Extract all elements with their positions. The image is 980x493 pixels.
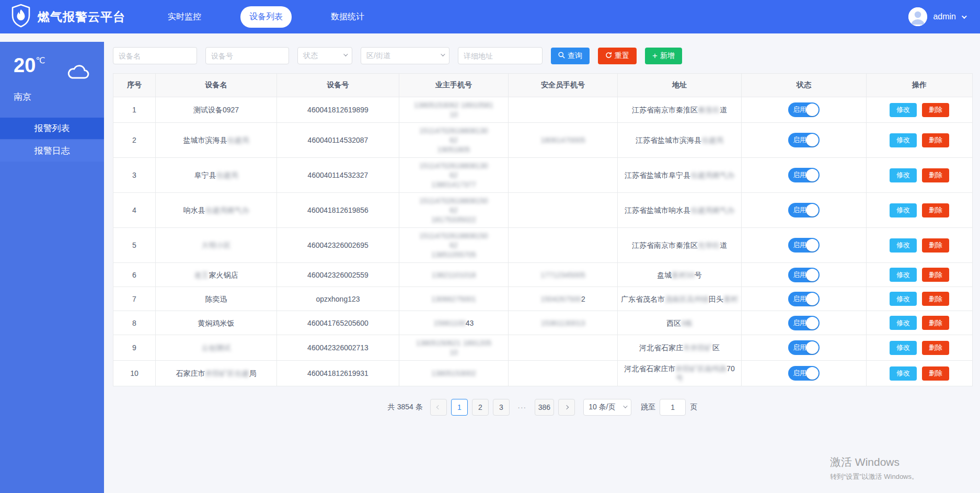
text-segment: 测试设备0927 <box>193 106 239 114</box>
edit-button[interactable]: 修改 <box>890 292 917 306</box>
device-name-input[interactable] <box>113 47 197 64</box>
delete-button[interactable]: 删除 <box>922 268 949 282</box>
redacted-text: 15114702618808150 <box>419 232 488 240</box>
text-segment: 江苏省南京市秦淮区 <box>632 106 698 114</box>
status-toggle-knob <box>806 293 818 305</box>
query-button[interactable]: 查询 <box>551 48 590 64</box>
status-toggle[interactable]: 启用 <box>788 366 820 381</box>
edit-button[interactable]: 修改 <box>890 168 917 182</box>
status-toggle[interactable]: 启用 <box>788 102 820 117</box>
cell-status: 启用 <box>742 263 867 287</box>
status-toggle[interactable]: 启用 <box>788 133 820 147</box>
page-button-386[interactable]: 386 <box>535 399 554 416</box>
cell-device-name: 阜宁县住建局 <box>156 158 277 193</box>
cell-actions: 修改删除 <box>867 311 973 335</box>
page-button-3[interactable]: 3 <box>493 399 510 416</box>
district-select[interactable]: 区/街道 <box>361 47 449 64</box>
table-row: 9云创测试46004232600271313805150621 18912051… <box>113 335 973 361</box>
jump-page-input[interactable] <box>660 399 686 416</box>
reset-button[interactable]: 重置 <box>598 48 637 64</box>
edit-button[interactable]: 修改 <box>890 268 917 282</box>
detail-address-input[interactable] <box>458 47 543 64</box>
table-row: 3阜宁县住建局460040114532327151147026188081306… <box>113 158 973 193</box>
redacted-text: 18175335022 <box>431 215 476 224</box>
cell-owner-phone: 151147026188081306213801417377 <box>399 158 509 193</box>
status-toggle-knob <box>806 269 818 281</box>
status-toggle-knob <box>806 239 818 251</box>
nav-tab-实时监控[interactable]: 实时监控 <box>159 6 210 28</box>
edit-button[interactable]: 修改 <box>890 203 917 217</box>
status-toggle-knob <box>806 317 818 329</box>
device-no-input[interactable] <box>205 47 289 64</box>
status-toggle-label: 启用 <box>793 343 806 352</box>
delete-button[interactable]: 删除 <box>922 133 949 147</box>
cell-actions: 修改删除 <box>867 228 973 263</box>
redacted-text: 62 <box>449 241 458 249</box>
status-toggle[interactable]: 启用 <box>788 340 820 355</box>
phone-line: 10 <box>402 348 505 357</box>
sidebar-item-报警日志[interactable]: 报警日志 <box>0 140 104 162</box>
page-button-2[interactable]: 2 <box>472 399 489 416</box>
redacted-text: 13801417377 <box>431 180 476 189</box>
edit-button[interactable]: 修改 <box>890 103 917 117</box>
status-select[interactable]: 状态 <box>297 47 352 64</box>
redacted-text: 13805153062 18910581 <box>414 101 493 109</box>
temperature-value: 20 <box>14 55 36 75</box>
status-toggle[interactable]: 启用 <box>788 168 820 182</box>
edit-button[interactable]: 修改 <box>890 238 917 253</box>
table-row: 8黄焖鸡米饭4600417652056001566110043153611300… <box>113 311 973 335</box>
column-header-地址: 地址 <box>618 74 742 97</box>
delete-button[interactable]: 删除 <box>922 103 949 117</box>
redacted-text: 屋村 <box>723 295 738 303</box>
delete-button[interactable]: 删除 <box>922 341 949 355</box>
phone-line: 15042675002 <box>512 294 614 304</box>
phone-line: 15361130013 <box>512 318 614 328</box>
add-button-label: 新增 <box>660 51 675 61</box>
cell-safety-phone: 15361130013 <box>509 311 618 335</box>
status-toggle[interactable]: 启用 <box>788 238 820 253</box>
cell-device-name: 老王家火锅店 <box>156 263 277 287</box>
text-segment: 道 <box>720 106 727 114</box>
delete-button[interactable]: 删除 <box>922 168 949 182</box>
next-page-button[interactable] <box>558 399 575 416</box>
table-row: 6老王家火锅店460042326002559138211010181771234… <box>113 263 973 287</box>
phone-line: 13801417377 <box>402 180 505 189</box>
edit-button[interactable]: 修改 <box>890 133 917 147</box>
status-toggle-knob <box>806 169 818 181</box>
status-toggle[interactable]: 启用 <box>788 292 820 306</box>
add-button[interactable]: + 新增 <box>645 48 682 64</box>
nav-tab-数据统计[interactable]: 数据统计 <box>322 6 373 28</box>
cell-actions: 修改删除 <box>867 158 973 193</box>
delete-button[interactable]: 删除 <box>922 316 949 330</box>
status-toggle[interactable]: 启用 <box>788 203 820 217</box>
redacted-text: 老王 <box>194 271 209 279</box>
sidebar-item-报警列表[interactable]: 报警列表 <box>0 118 104 139</box>
edit-button[interactable]: 修改 <box>890 316 917 330</box>
cell-address: 盘城新村33号 <box>618 263 742 287</box>
page-buttons: 123···386 <box>451 399 554 416</box>
edit-button[interactable]: 修改 <box>890 341 917 355</box>
page-button-1[interactable]: 1 <box>451 399 468 416</box>
page-size-select[interactable]: 10 条/页 <box>583 399 631 416</box>
cell-address: 江苏省南京市秦淮区光华街道 <box>618 228 742 263</box>
pagination: 共 3854 条 123···386 10 条/页 跳至 页 <box>113 399 972 416</box>
edit-button[interactable]: 修改 <box>890 366 917 381</box>
top-navbar: 燃气报警云平台 实时监控设备列表数据统计 admin <box>0 0 980 33</box>
cell-device-no: 460040114532087 <box>277 123 399 158</box>
status-toggle[interactable]: 启用 <box>788 316 820 330</box>
cell-safety-phone <box>509 361 618 386</box>
delete-button[interactable]: 删除 <box>922 238 949 253</box>
status-toggle[interactable]: 启用 <box>788 268 820 282</box>
user-menu[interactable]: admin <box>908 0 965 33</box>
redacted-text: 云创测试 <box>202 343 231 352</box>
phone-line: 13851055705 <box>402 250 505 259</box>
text-segment: 石家庄市 <box>176 369 205 377</box>
delete-button[interactable]: 删除 <box>922 292 949 306</box>
delete-button[interactable]: 删除 <box>922 203 949 217</box>
prev-page-button[interactable] <box>430 399 447 416</box>
nav-tab-设备列表[interactable]: 设备列表 <box>240 6 292 28</box>
page-ellipsis: ··· <box>514 399 531 416</box>
text-segment: 江苏省盐城市滨海县 <box>636 136 701 144</box>
delete-button[interactable]: 删除 <box>922 366 949 381</box>
cell-index: 8 <box>113 311 156 335</box>
